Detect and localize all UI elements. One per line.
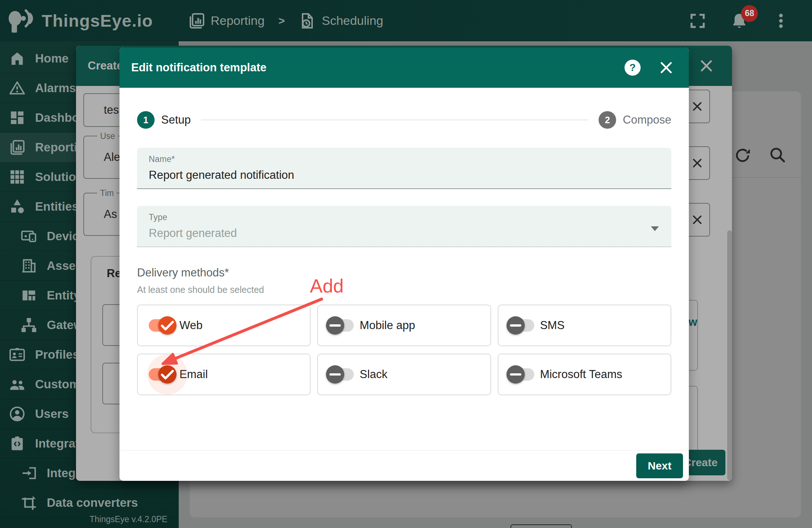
clear-field-button[interactable] <box>691 214 703 226</box>
close-icon <box>691 164 703 170</box>
type-select-label: Type <box>149 212 660 222</box>
sidebar-item-data-converters[interactable]: Data converters <box>0 488 179 518</box>
slack-toggle[interactable] <box>329 368 354 381</box>
stepper-line <box>201 120 588 120</box>
step-compose-label: Compose <box>623 113 671 127</box>
notifications-button[interactable]: 68 <box>730 12 748 30</box>
kebab-menu-icon <box>772 25 790 31</box>
microsoft-teams-toggle[interactable] <box>509 368 534 381</box>
check-icon <box>158 316 177 335</box>
breadcrumb-separator: > <box>278 15 285 27</box>
data-converters-icon <box>20 494 37 511</box>
type-select-value: Report generated <box>149 227 660 240</box>
gateways-icon <box>20 317 37 333</box>
entities-icon <box>9 198 26 215</box>
breadcrumb-scheduling[interactable]: Scheduling <box>299 12 383 30</box>
web-toggle[interactable] <box>149 319 174 332</box>
fullscreen-icon <box>688 25 707 31</box>
close-icon <box>658 71 674 77</box>
delivery-method-label: SMS <box>540 319 565 332</box>
sms-toggle[interactable] <box>509 319 534 332</box>
fullscreen-button[interactable] <box>688 12 707 30</box>
email-toggle[interactable] <box>149 368 174 381</box>
sidebar-item-label: Users <box>35 407 69 421</box>
clear-field-button[interactable] <box>691 157 703 169</box>
next-button[interactable]: Next <box>636 453 683 478</box>
assets-icon <box>20 257 37 274</box>
breadcrumb-scheduling-label: Scheduling <box>322 14 383 28</box>
thingseye-logo-icon <box>5 8 39 34</box>
create-dialog-close-button[interactable] <box>698 58 714 74</box>
field-value: As <box>104 208 117 221</box>
integration-icon <box>9 435 26 452</box>
close-icon <box>698 69 714 75</box>
close-icon <box>691 221 703 227</box>
reporting-icon <box>9 139 26 156</box>
sidebar-item-label: Profiles <box>35 348 79 362</box>
scrollbar[interactable] <box>727 230 732 480</box>
delivery-method-label: Microsoft Teams <box>540 368 622 381</box>
name-field[interactable]: Name* Report generated notification <box>137 148 671 189</box>
minus-icon <box>506 365 525 384</box>
delivery-methods-hint: At least one should be selected <box>137 284 671 295</box>
topbar: ThingsEye.io Reporting > Scheduling 68 <box>0 0 812 41</box>
sidebar-item-label: Home <box>35 52 69 65</box>
edit-dialog-header: Edit notification template ? <box>119 48 689 88</box>
delivery-method-label: Mobile app <box>360 319 415 332</box>
teal-link-fragment[interactable]: w <box>688 316 697 329</box>
more-menu-button[interactable] <box>772 12 790 30</box>
delivery-method-label: Email <box>179 368 208 381</box>
edit-dialog-footer: Next <box>119 450 689 481</box>
step-compose-number[interactable]: 2 <box>599 111 616 129</box>
help-button[interactable]: ? <box>625 60 641 76</box>
field-label: Use <box>97 131 118 141</box>
type-select[interactable]: Type Report generated <box>137 206 671 247</box>
annotation-add-label: Add <box>310 275 344 297</box>
integrations-icon <box>20 465 37 482</box>
check-icon <box>158 365 177 384</box>
topbar-actions: 68 <box>688 12 812 30</box>
mobile-app-toggle[interactable] <box>329 319 354 332</box>
notification-badge: 68 <box>741 5 758 22</box>
chevron-down-icon <box>651 226 659 231</box>
name-field-label: Name* <box>149 154 660 164</box>
delivery-method-label: Web <box>179 319 202 332</box>
scheduling-icon <box>299 12 316 30</box>
reporting-icon <box>188 12 205 30</box>
dashboards-icon <box>9 109 26 126</box>
section-label: Re <box>107 267 121 280</box>
home-icon <box>9 50 26 67</box>
breadcrumb-reporting[interactable]: Reporting <box>188 12 265 30</box>
stepper: 1Setup2Compose <box>137 111 671 129</box>
app: ThingsEye.io Reporting > Scheduling 68 H… <box>0 0 812 528</box>
step-setup-number[interactable]: 1 <box>137 111 155 129</box>
sidebar-item-label: Entities <box>35 200 79 214</box>
bell-icon <box>730 25 748 31</box>
sidebar-item-label: Alarms <box>35 81 76 95</box>
edit-dialog-body: 1Setup2Compose Name* Report generated no… <box>119 88 689 450</box>
edit-notification-template-dialog: Edit notification template ? 1Setup2Comp… <box>119 48 689 481</box>
minus-icon <box>506 316 525 335</box>
delivery-method-email[interactable]: Email <box>137 354 311 395</box>
delivery-method-mobile-app[interactable]: Mobile app <box>317 305 491 346</box>
devices-icon <box>20 228 37 245</box>
step-setup-label: Setup <box>161 113 191 127</box>
delivery-methods-title: Delivery methods* <box>137 266 671 279</box>
delivery-method-sms[interactable]: SMS <box>498 305 671 346</box>
delivery-method-microsoft-teams[interactable]: Microsoft Teams <box>498 354 671 395</box>
brand-title: ThingsEye.io <box>42 11 153 31</box>
sidebar-item-label: Data converters <box>47 496 138 510</box>
entity-views-icon <box>20 287 37 304</box>
close-icon <box>691 108 703 114</box>
edit-dialog-close-button[interactable] <box>658 60 674 76</box>
delivery-method-slack[interactable]: Slack <box>317 354 491 395</box>
breadcrumb: Reporting > Scheduling <box>188 12 383 30</box>
delivery-method-label: Slack <box>360 368 387 381</box>
clear-field-button[interactable] <box>691 100 703 113</box>
solution-icon <box>9 169 26 185</box>
name-field-value: Report generated notification <box>149 169 660 182</box>
delivery-method-web[interactable]: Web <box>137 305 311 346</box>
customers-icon <box>9 376 26 393</box>
breadcrumb-reporting-label: Reporting <box>211 14 265 28</box>
edit-dialog-title: Edit notification template <box>131 61 266 74</box>
